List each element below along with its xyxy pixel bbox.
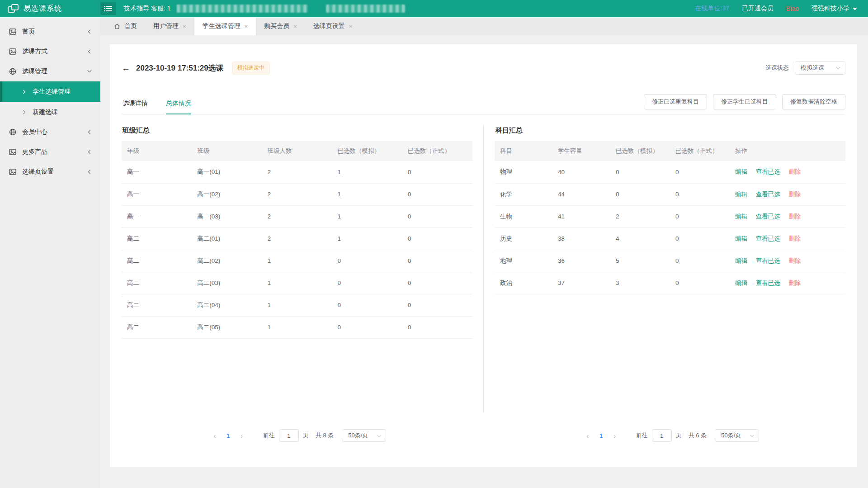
org-dropdown[interactable]: 强强科技小学 <box>811 5 857 13</box>
support-label: 技术指导 客服: 1 <box>124 5 170 13</box>
cell-selected-official: 0 <box>402 294 472 316</box>
cell-selected-official: 0 <box>402 183 472 205</box>
class-summary-title: 班级汇总 <box>123 126 472 135</box>
class-table-pagination: ‹ 1 › 前往 页 共 8 条 50条/页 <box>122 429 472 445</box>
table-row: 化学 44 0 0 编辑 查看已选 删除 <box>495 183 845 205</box>
sidebar-item-student-selection[interactable]: 学生选课管理 <box>0 81 100 102</box>
delete-link[interactable]: 删除 <box>788 213 801 220</box>
col-selected-simulated: 已选数（模拟） <box>332 141 402 161</box>
page-title: 2023-10-19 17:51:29选课 <box>136 63 224 73</box>
cell-selected-official: 0 <box>670 183 730 205</box>
globe-icon <box>9 68 17 75</box>
prev-page-button[interactable]: ‹ <box>208 431 222 440</box>
view-selected-link[interactable]: 查看已选 <box>756 213 780 220</box>
close-icon[interactable]: × <box>293 23 297 30</box>
repair-data-clear-spaces-button[interactable]: 修复数据清除空格 <box>782 94 845 109</box>
chevron-left-icon <box>87 169 92 175</box>
cell-actions: 编辑 查看已选 删除 <box>730 272 845 294</box>
subject-summary-table: 科目 学生容量 已选数（模拟） 已选数（正式） 操作 <box>495 141 845 294</box>
home-icon <box>114 23 120 29</box>
cell-class: 高一(01) <box>192 161 262 183</box>
view-selected-link[interactable]: 查看已选 <box>756 235 780 242</box>
tab-student-selection[interactable]: 学生选课管理 × <box>194 17 256 35</box>
cell-class-size: 2 <box>262 205 332 227</box>
view-selected-link[interactable]: 查看已选 <box>756 280 780 286</box>
subject-summary-title: 科目汇总 <box>495 126 845 135</box>
sidebar-item-selection-mode[interactable]: 选课方式 <box>0 42 100 62</box>
sidebar-toggle-button[interactable] <box>100 2 116 15</box>
vertical-divider <box>483 124 484 412</box>
col-actions: 操作 <box>730 141 845 161</box>
next-page-button[interactable]: › <box>608 431 622 440</box>
globe-icon <box>9 128 17 136</box>
delete-link[interactable]: 删除 <box>788 191 801 198</box>
total-count-label: 共 6 条 <box>689 431 707 440</box>
fix-duplicate-subjects-button[interactable]: 修正已选重复科目 <box>644 94 707 109</box>
view-selected-link[interactable]: 查看已选 <box>756 168 780 175</box>
table-row: 物理 40 0 0 编辑 查看已选 删除 <box>495 161 845 183</box>
delete-link[interactable]: 删除 <box>788 168 801 175</box>
sidebar-item-selection-page-settings[interactable]: 选课页设置 <box>0 162 100 182</box>
redacted-phone <box>177 5 308 13</box>
cell-selected-simulated: 1 <box>332 227 402 250</box>
sidebar-item-new-selection[interactable]: 新建选课 <box>0 102 100 122</box>
class-table-body: 高一 高一(01) 2 1 0 高一 高一(02) <box>122 161 472 338</box>
delete-link[interactable]: 删除 <box>788 257 801 264</box>
page-size-select[interactable]: 50条/页 <box>715 429 759 442</box>
status-select[interactable]: 模拟选课 <box>795 61 845 75</box>
delete-link[interactable]: 删除 <box>788 280 801 286</box>
tab-overall-situation[interactable]: 总体情况 <box>166 99 191 114</box>
prev-page-button[interactable]: ‹ <box>581 431 594 440</box>
edit-link[interactable]: 编辑 <box>735 257 747 264</box>
tab-selection-detail[interactable]: 选课详情 <box>123 99 148 114</box>
cell-selected-simulated: 1 <box>332 205 402 227</box>
tab-selection-page-settings[interactable]: 选课页设置 × <box>305 17 361 35</box>
status-select-label: 选课状态 <box>765 64 789 72</box>
sidebar-item-more-products[interactable]: 更多产品 <box>0 142 100 162</box>
page-number[interactable]: 1 <box>222 432 235 439</box>
tab-user-management[interactable]: 用户管理 × <box>145 17 194 35</box>
delete-link[interactable]: 删除 <box>788 235 801 242</box>
next-page-button[interactable]: › <box>235 431 249 440</box>
cell-grade: 高一 <box>122 183 192 205</box>
cell-grade: 高二 <box>122 272 192 294</box>
table-row: 地理 36 5 0 编辑 查看已选 删除 <box>495 250 845 272</box>
cell-class-size: 1 <box>262 272 332 294</box>
member-status[interactable]: 已开通会员 <box>742 5 774 13</box>
edit-link[interactable]: 编辑 <box>735 213 747 220</box>
cell-grade: 高一 <box>122 161 192 183</box>
cell-class-size: 2 <box>262 227 332 250</box>
page-jump-input[interactable] <box>279 429 299 442</box>
sidebar-item-selection-management[interactable]: 选课管理 <box>0 62 100 81</box>
cell-selected-official: 0 <box>402 205 472 227</box>
sidebar-item-member-center[interactable]: 会员中心 <box>0 122 100 142</box>
edit-link[interactable]: 编辑 <box>735 280 747 286</box>
view-selected-link[interactable]: 查看已选 <box>756 257 780 264</box>
page-size-select[interactable]: 50条/页 <box>342 429 386 442</box>
cell-selected-official: 0 <box>402 227 472 250</box>
close-icon[interactable]: × <box>245 23 248 30</box>
cell-selected-official: 0 <box>402 161 472 183</box>
fix-student-selected-subjects-button[interactable]: 修正学生已选科目 <box>713 94 776 109</box>
goto-label: 前往 <box>636 431 648 440</box>
cell-class: 高二(03) <box>192 272 262 294</box>
cell-grade: 高二 <box>122 294 192 316</box>
image-icon <box>9 168 17 175</box>
page-number[interactable]: 1 <box>594 432 608 439</box>
close-icon[interactable]: × <box>183 23 186 30</box>
goto-label: 前往 <box>263 431 275 440</box>
table-row: 高一 高一(03) 2 1 0 <box>122 205 472 227</box>
page-jump-input[interactable] <box>652 429 672 442</box>
back-icon[interactable]: ← <box>122 64 130 72</box>
arrow-right-icon <box>22 89 26 95</box>
sidebar-item-home[interactable]: 首页 <box>0 22 100 42</box>
chevron-left-icon <box>87 149 92 155</box>
close-icon[interactable]: × <box>349 23 353 30</box>
edit-link[interactable]: 编辑 <box>735 235 747 242</box>
edit-link[interactable]: 编辑 <box>735 168 747 175</box>
tab-buy-membership[interactable]: 购买会员 × <box>256 17 305 35</box>
view-selected-link[interactable]: 查看已选 <box>756 191 780 198</box>
cell-subject: 化学 <box>495 183 552 205</box>
tab-home[interactable]: 首页 <box>106 17 145 35</box>
edit-link[interactable]: 编辑 <box>735 191 747 198</box>
